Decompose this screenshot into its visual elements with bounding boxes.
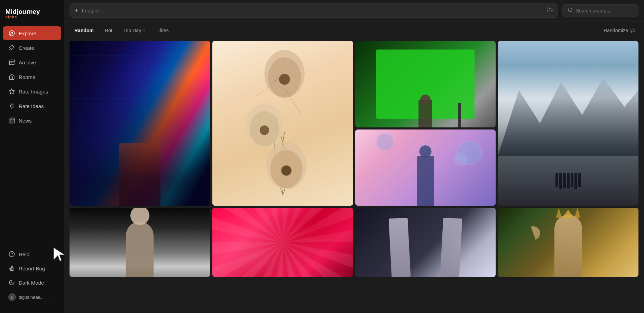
sidebar-item-create[interactable]: Create [3,41,61,55]
sidebar-item-report-bug[interactable]: Report Bug [3,261,61,275]
username: digitalheali... [19,295,48,300]
star-icon [8,88,15,95]
sidebar-item-archive-label: Archive [19,60,36,65]
tab-likes[interactable]: Likes [153,26,174,35]
archive-icon [8,59,15,66]
sidebar-bottom: Help Report Bug Dark Mode D digitalheali… [0,244,64,307]
svg-line-8 [10,104,10,104]
sidebar-item-help-label: Help [19,251,29,257]
image-card-fantasy-elf[interactable] [498,208,638,277]
sidebar-item-news-label: News [19,118,32,124]
search-placeholder: Search prompts [576,8,610,14]
search-bar[interactable]: Search prompts [562,4,638,17]
randomize-button[interactable]: Randomize [600,26,638,35]
sidebar-item-rate-images[interactable]: Rate Images [3,84,61,98]
tab-top-day[interactable]: Top Day [119,26,151,35]
image-card-cyber[interactable] [70,41,210,206]
user-menu-dots[interactable]: ··· [51,294,56,300]
svg-point-30 [279,74,290,85]
image-card-filmmaker[interactable] [355,41,496,127]
sidebar: Midjourney alpha Explore Create Archive [0,0,64,313]
sidebar-item-rate-ideas[interactable]: Rate Ideas [3,99,61,113]
image-card-bubbles[interactable] [355,129,496,206]
user-profile[interactable]: D digitalheali... ··· [3,290,61,304]
sidebar-item-rate-ideas-label: Rate Ideas [19,103,44,109]
image-grid [64,38,644,313]
sidebar-item-archive[interactable]: Archive [3,55,61,69]
sidebar-item-help[interactable]: Help [3,247,61,261]
svg-line-9 [13,108,14,108]
idea-icon [8,102,15,109]
svg-point-36 [281,166,292,176]
svg-line-27 [571,11,572,12]
imagine-bar[interactable]: + [70,3,558,18]
svg-marker-1 [11,32,13,34]
sidebar-item-explore[interactable]: Explore [3,26,61,40]
filter-tabs: Random Hot Top Day Likes Randomize [64,21,644,38]
logo-area: Midjourney alpha [0,6,64,26]
sidebar-item-news[interactable]: News [3,114,61,127]
sidebar-item-rate-images-label: Rate Images [19,89,48,95]
compass-icon [8,30,15,37]
add-icon[interactable]: + [75,7,79,14]
bug-icon [8,265,15,272]
sidebar-item-dark-mode[interactable]: Dark Mode [3,276,61,289]
rooms-icon [8,73,15,80]
image-card-warriors[interactable] [498,41,638,206]
wand-icon [8,44,15,51]
logo-title: Midjourney [6,8,58,16]
svg-line-13 [13,104,14,104]
avatar: D [8,293,16,301]
svg-marker-4 [9,89,15,94]
svg-point-5 [10,105,13,107]
help-icon [8,251,15,258]
randomize-label: Randomize [604,28,628,33]
sidebar-item-explore-label: Explore [19,30,36,36]
sidebar-item-rooms-label: Rooms [19,74,35,80]
topbar: + Search prompts [64,0,644,21]
svg-point-33 [259,125,269,135]
news-icon [8,117,15,124]
settings-sliders-icon[interactable] [547,7,553,15]
sidebar-item-create-label: Create [19,45,34,51]
image-card-portrait[interactable] [70,208,210,277]
svg-line-12 [10,108,10,108]
image-card-feathers[interactable] [212,208,353,277]
imagine-input[interactable] [82,8,543,14]
svg-point-26 [568,8,572,12]
main-content: + Search prompts Random Hot Top Day Like… [64,0,644,313]
image-card-angels[interactable] [355,208,496,277]
search-icon [568,7,573,14]
image-card-floral[interactable] [212,41,353,206]
tab-random[interactable]: Random [70,26,99,35]
sidebar-item-rooms[interactable]: Rooms [3,70,61,84]
sidebar-item-dark-mode-label: Dark Mode [19,280,44,286]
sidebar-nav: Explore Create Archive Rooms Rate Images [0,26,64,307]
svg-point-0 [9,31,15,36]
moon-icon [8,279,15,286]
sidebar-item-report-bug-label: Report Bug [19,266,45,271]
svg-rect-2 [9,60,15,61]
logo-alpha: alpha [6,15,58,19]
tab-hot[interactable]: Hot [100,26,117,35]
